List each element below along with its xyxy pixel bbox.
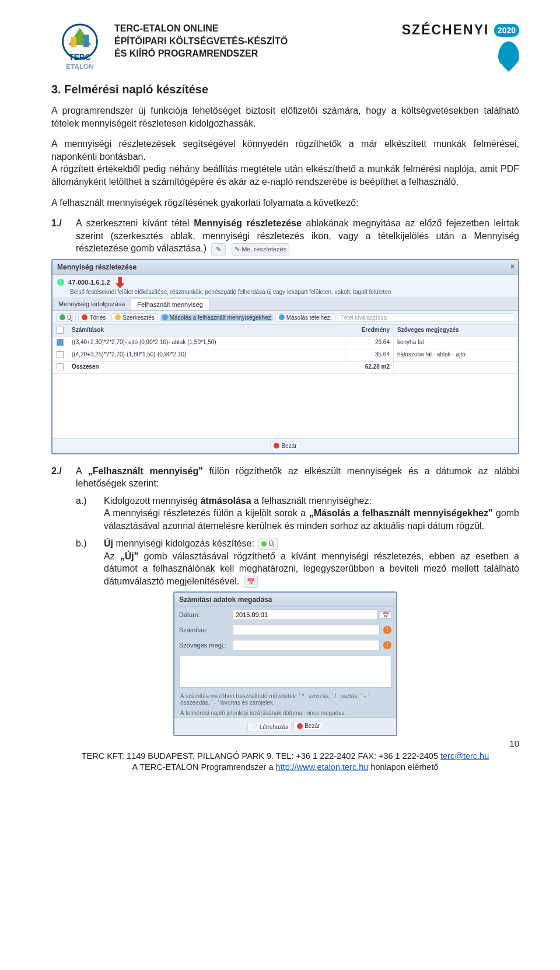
letrehozas-button[interactable]: 📄 Létrehozás: [247, 723, 292, 731]
data-grid: Számítások Eredmény Szöveges megjegyzés …: [52, 325, 518, 374]
row-check[interactable]: [57, 339, 64, 346]
step-2: 2./ A „Felhasznált mennyiség" fülön rögz…: [51, 465, 519, 589]
col-szamitasok: Számítások: [68, 325, 345, 337]
section-title: 3. Felmérési napló készítése: [51, 83, 519, 96]
header-line1: TERC-ETALON ONLINE: [114, 22, 288, 35]
step-1: 1./ A szerkeszteni kívánt tétel Mennyisé…: [51, 217, 519, 255]
bezar-button[interactable]: Bezár: [293, 722, 323, 730]
terc-etalon-logo: TERC ETALON: [51, 22, 108, 73]
szechenyi-text: SZÉCHENYI: [402, 22, 489, 38]
page-footer: TERC KFT. 1149 BUDAPEST, PILLANGÓ PARK 9…: [51, 751, 519, 773]
check-all[interactable]: [57, 327, 64, 334]
col-eredmeny: Eredmény: [345, 325, 394, 337]
note-textarea[interactable]: [179, 655, 391, 688]
calc-label: Számítás:: [179, 626, 233, 633]
paragraph-4: A felhasznált mennyiségek rögzítésének g…: [51, 197, 519, 209]
tab-bar: Mennyiség kidolgozása Felhasznált mennyi…: [52, 298, 518, 311]
table-row-total: Összesen 62.28 m2: [52, 362, 518, 374]
svg-rect-3: [83, 35, 89, 48]
svg-rect-2: [71, 37, 76, 47]
hint-2: A felmérési napló jelenlegi lezárásának …: [174, 707, 396, 717]
toolbar: Új Törlés Szerkesztés Másolás a felhaszn…: [52, 311, 518, 325]
info-icon: i: [57, 279, 64, 286]
url-link[interactable]: http://www.etalon.terc.hu: [276, 762, 369, 772]
blank-area: [52, 374, 518, 438]
masolas-tetelhez-button[interactable]: Másolás tételhez:: [275, 313, 335, 322]
header-text: TERC-ETALON ONLINE ÉPÍTŐIPARI KÖLTSÉGVET…: [114, 22, 288, 60]
date-label: Dátum:: [179, 611, 233, 618]
header-line2: ÉPÍTŐIPARI KÖLTSÉGVETÉS-KÉSZÍTŐ: [114, 35, 288, 48]
svg-text:ETALON: ETALON: [66, 62, 93, 70]
svg-text:TERC: TERC: [69, 53, 90, 62]
bezar-button[interactable]: Bezár: [270, 442, 300, 450]
step-2-body: A „Felhasznált mennyiség" fülön rögzíthe…: [76, 465, 519, 589]
me-reszletezes-button[interactable]: ✎ Me. részletezés: [232, 243, 289, 255]
warning-icon: !: [383, 641, 391, 649]
col-megjegyzes: Szöveges megjegyzés: [394, 325, 518, 337]
masolas-felhasznalt-button[interactable]: Másolás a felhasznált mennyiségekhez: [160, 314, 273, 321]
row-check[interactable]: [57, 351, 64, 358]
step-2b: b.) Új mennyiségi kidolgozás készítése: …: [76, 537, 519, 589]
item-header: i 47-000-1.6.1.2 Belső festéseknél felül…: [52, 275, 518, 298]
map-pin-icon: [498, 41, 519, 67]
paragraph-2-3: A mennyiségi részletezések segítségével …: [51, 138, 519, 188]
date-input[interactable]: [233, 610, 377, 620]
step-1-number: 1./: [51, 217, 76, 255]
step-2b-label: b.): [76, 537, 104, 589]
doc-header: TERC ETALON TERC-ETALON ONLINE ÉPÍTŐIPAR…: [51, 22, 519, 73]
uj-button[interactable]: Új: [56, 313, 76, 322]
szechenyi-logo: SZÉCHENYI 2020: [402, 22, 519, 67]
step-2a-label: a.): [76, 495, 104, 533]
uj-chip[interactable]: Új: [258, 538, 277, 550]
page-number: 10: [51, 738, 519, 748]
paragraph-1: A programrendszer új funkciója lehetőség…: [51, 104, 519, 129]
tetel-select[interactable]: Tétel kiválasztása: [338, 313, 514, 322]
datepicker-icon[interactable]: 📅: [380, 611, 391, 619]
dialog-title: Számítási adatok megadása: [174, 593, 396, 607]
screenshot-mennyiseg-reszletezese: Mennyiség részletezése × i 47-000-1.6.1.…: [51, 259, 519, 454]
mail-link[interactable]: terc@terc.hu: [440, 751, 489, 761]
szechenyi-year: 2020: [494, 24, 519, 37]
szerkesztes-button[interactable]: Szerkesztés: [111, 313, 158, 322]
screenshot-szamitasi-adatok: Számítási adatok megadása Dátum: 📅 Számí…: [173, 591, 397, 736]
step-1-body: A szerkeszteni kívánt tétel Mennyiség ré…: [76, 217, 519, 255]
header-line3: ÉS KIÍRÓ PROGRAMRENDSZER: [114, 47, 288, 60]
calc-input[interactable]: [233, 625, 380, 635]
red-arrow-icon: [116, 277, 125, 289]
close-icon[interactable]: ×: [510, 262, 514, 271]
torles-button[interactable]: Törlés: [78, 313, 109, 322]
hint-1: A számítás mezőben használható műveletek…: [174, 690, 396, 707]
dialog-title-bar: Mennyiség részletezése ×: [52, 260, 518, 275]
step-2a: a.) Kidolgozott mennyiség átmásolása a f…: [76, 495, 519, 533]
calendar-icon[interactable]: 📅: [244, 576, 258, 588]
row-check[interactable]: [57, 363, 64, 370]
toolbar-icon-placeholder: ✎: [211, 243, 226, 255]
warning-icon: !: [383, 626, 391, 634]
note-label: Szöveges megj.:: [179, 642, 233, 649]
tab-mennyiseg-kidolgozasa[interactable]: Mennyiség kidolgozása: [52, 298, 131, 310]
note-input[interactable]: [233, 640, 380, 650]
table-row[interactable]: ((3,40+2,30)*2*2,70)- ajtó (0,90*2,10)- …: [52, 337, 518, 349]
table-row[interactable]: ((4,20+3,25)*2*2,70)-(1,80*1,50)-(0,90*2…: [52, 349, 518, 362]
tab-felhasznalt-mennyiseg[interactable]: Felhasznált mennyiség: [131, 298, 209, 310]
step-2-number: 2./: [51, 465, 76, 589]
